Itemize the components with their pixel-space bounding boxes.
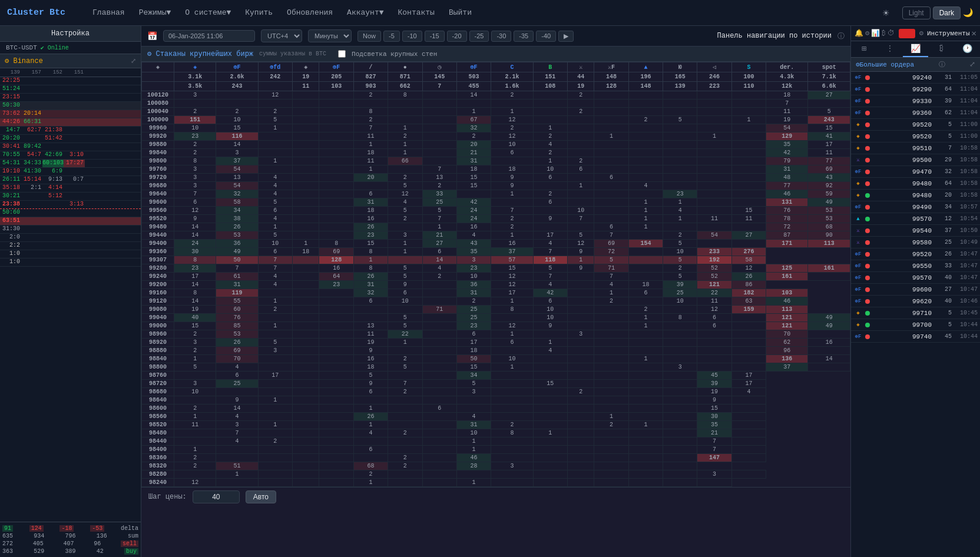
order-list-item[interactable]: ◈994806410:58 — [851, 178, 980, 190]
cluster-cell: 7 — [594, 231, 628, 240]
cluster-cell — [628, 132, 663, 141]
nav-minus25-btn[interactable]: -25 — [469, 31, 489, 42]
date-input[interactable] — [163, 30, 255, 42]
settings-icon[interactable]: ⚙ — [919, 29, 923, 38]
cluster-cell — [567, 380, 594, 388]
order-list-item[interactable]: ◈99520511:00 — [851, 119, 980, 131]
cluster-cell — [422, 330, 456, 339]
clock-icon[interactable]: ⏱ — [888, 29, 895, 38]
expand-icon[interactable]: ⤢ — [131, 57, 136, 65]
filter-icon[interactable]: ⚙ — [865, 29, 869, 38]
order-list-item[interactable]: ◈99700510:44 — [851, 319, 980, 331]
nav-logout[interactable]: Выйти — [443, 6, 478, 19]
order-list-item[interactable]: ◈99520511:00 — [851, 131, 980, 142]
order-time: 10:58 — [954, 192, 978, 198]
cluster-cell — [293, 91, 319, 100]
order-size: 31 — [934, 74, 952, 81]
chart-icon[interactable]: 📊 — [871, 29, 880, 38]
order-list-item[interactable]: ◈99510710:58 — [851, 142, 980, 154]
order-list-item[interactable]: ⊕F995503310:47 — [851, 260, 980, 272]
nav-updates[interactable]: Обновления — [281, 6, 339, 19]
nav-modes[interactable]: Режимы▼ — [133, 6, 177, 19]
nav-now-btn[interactable]: Now — [357, 31, 381, 42]
cluster-cell — [567, 223, 594, 231]
bitcoin-icon[interactable]: ₿ — [882, 29, 886, 38]
nav-account[interactable]: Аккаунт▼ — [341, 6, 389, 19]
nav-about[interactable]: О системе▼ — [179, 6, 237, 19]
order-list-item[interactable]: ⊕F996002710:47 — [851, 284, 980, 296]
order-time: 10:47 — [954, 286, 978, 293]
nav-minus40-btn[interactable]: -40 — [536, 31, 556, 42]
cluster-cell: 1 — [491, 330, 533, 339]
order-list-item[interactable]: ⊕F994703210:58 — [851, 166, 980, 178]
cluster-cell: 6 — [533, 297, 567, 306]
order-list-item[interactable]: ⚔995002910:58 — [851, 154, 980, 166]
order-list-item[interactable]: ⊕F997404510:44 — [851, 331, 980, 343]
highlight-label: Подсветка крупных стен — [352, 51, 437, 58]
nav-minus5-btn[interactable]: -5 — [383, 31, 400, 42]
price-cell: 99000 — [142, 322, 174, 330]
cluster-cell — [258, 289, 292, 297]
cluster-cell — [293, 454, 319, 462]
cluster-cell: 58 — [216, 198, 258, 207]
right-tab-clock[interactable]: 🕐 — [954, 41, 980, 57]
cluster-cell: 9 — [533, 322, 567, 330]
order-list-item[interactable]: ⊕F992403111:05 — [851, 72, 980, 84]
nav-minus10-btn[interactable]: -10 — [402, 31, 422, 42]
order-list-item[interactable]: ⊕F995202610:47 — [851, 248, 980, 260]
cluster-cell: 7 — [216, 429, 258, 437]
right-tab-table[interactable]: ⊞ — [851, 41, 877, 57]
step-input[interactable] — [193, 490, 240, 503]
col-subval-3: 242 — [258, 72, 292, 82]
btc-note: суммы указаны в BTC — [259, 51, 326, 57]
close-right-panel[interactable]: ✕ — [972, 28, 976, 38]
table-row: 994401453523321411757254278790 — [142, 231, 850, 240]
auto-button[interactable]: Авто — [246, 490, 276, 503]
nav-minus30-btn[interactable]: -30 — [491, 31, 511, 42]
order-list-item[interactable]: ⚔995403710:50 — [851, 225, 980, 237]
order-size: 5 — [934, 133, 952, 140]
right-tab-search[interactable]: ⋮ — [877, 41, 903, 57]
table-row: 1000402228112115 — [142, 108, 850, 116]
cluster-cell: 1 — [594, 289, 628, 297]
nav-minus15-btn[interactable]: -15 — [425, 31, 445, 42]
cluster-cell — [293, 264, 319, 273]
order-exchange: ⊕F — [853, 167, 863, 177]
sun-icon[interactable]: ☀ — [879, 6, 893, 19]
nav-home[interactable]: Главная — [87, 6, 131, 19]
cluster-cell — [567, 446, 594, 454]
order-list-item[interactable]: ◈99710510:45 — [851, 307, 980, 319]
cluster-cell — [697, 330, 731, 339]
period-select[interactable]: Минуты — [308, 29, 352, 42]
order-list-item[interactable]: ▲995701210:54 — [851, 213, 980, 225]
nav-contacts[interactable]: Контакты — [392, 6, 441, 19]
right-tab-bitcoin[interactable]: ₿ — [928, 41, 954, 57]
nav-forward-btn[interactable]: ▶ — [558, 31, 574, 42]
orders-list[interactable]: ⊕F992403111:05⊕F992906411:04⊕F993303911:… — [851, 72, 980, 557]
cluster-cell: 53 — [216, 231, 258, 240]
light-theme-button[interactable]: Light — [902, 6, 931, 19]
right-panel-expand[interactable]: ⤢ — [969, 60, 975, 69]
cluster-cell — [388, 470, 422, 479]
cluster-cell: 2 — [388, 215, 422, 223]
cluster-table-wrapper[interactable]: ◈ ◈ ⊕F ⊕fd ◈ ⊕F / ● ◷ ⊕F C B ⚔ ⚔F — [141, 62, 850, 557]
order-list-item[interactable]: ⊕F993606211:04 — [851, 107, 980, 119]
stat-sum-4: 136 — [97, 533, 107, 539]
order-list-item[interactable]: ⊕F992906411:04 — [851, 84, 980, 95]
stat-buy-2: 529 — [34, 548, 44, 555]
order-list-item[interactable]: ⚔995802510:49 — [851, 237, 980, 248]
order-list-item[interactable]: ⊕F994903410:57 — [851, 201, 980, 213]
bell-icon[interactable]: 🔔 — [855, 29, 863, 38]
dark-theme-button[interactable]: Dark — [933, 6, 961, 19]
right-tab-chart[interactable]: 📈 — [903, 41, 929, 57]
nav-minus20-btn[interactable]: -20 — [447, 31, 467, 42]
order-list-item[interactable]: ⊕F995704010:47 — [851, 272, 980, 284]
order-list-item[interactable]: ◈994802010:58 — [851, 190, 980, 201]
order-list-item[interactable]: ⊕F993303911:04 — [851, 95, 980, 107]
highlight-checkbox[interactable] — [338, 50, 346, 58]
nav-minus35-btn[interactable]: -35 — [514, 31, 534, 42]
timezone-select[interactable]: UTC+4 — [261, 29, 302, 42]
cluster-cell — [491, 380, 533, 388]
order-list-item[interactable]: ⊕F996204010:46 — [851, 296, 980, 307]
nav-buy[interactable]: Купить — [239, 6, 279, 19]
